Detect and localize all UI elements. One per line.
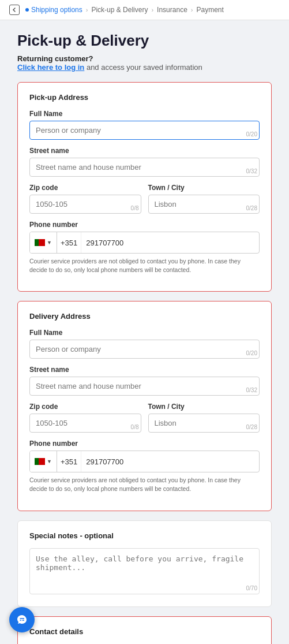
delivery-zip-town-row: Zip code 0/8 Town / City 0/28 (29, 403, 260, 440)
special-notes-wrapper: 0/70 (29, 548, 260, 596)
pickup-phone-chevron: ▼ (47, 240, 52, 245)
returning-text: and access your saved information (84, 63, 202, 72)
delivery-zip-group: Zip code 0/8 (29, 403, 141, 433)
pickup-town-char-count: 0/28 (246, 205, 257, 211)
pickup-section-title: Pick-up Address (29, 93, 260, 102)
breadcrumb-payment: Payment (196, 6, 223, 14)
pickup-town-input[interactable] (148, 195, 260, 214)
pickup-address-card: Pick-up Address Full Name 0/20 Street na… (17, 82, 272, 292)
breadcrumb-shipping-options[interactable]: Shipping options (25, 6, 82, 14)
pickup-street-char-count: 0/32 (246, 168, 257, 174)
delivery-phone-code: +351 (57, 451, 81, 472)
delivery-phone-group: Phone number ▼ +351 Courier service prov… (29, 440, 260, 493)
delivery-street-name-wrapper: 0/32 (29, 377, 260, 396)
delivery-full-name-input[interactable] (29, 340, 260, 359)
delivery-zip-wrapper: 0/8 (29, 414, 141, 433)
pickup-phone-number-input[interactable] (81, 239, 259, 247)
pickup-phone-flag[interactable]: ▼ (30, 232, 57, 253)
pickup-flag-pt (35, 239, 45, 246)
page-title: Pick-up & Delivery (17, 32, 272, 50)
contact-details-title: Contact details (29, 627, 260, 636)
delivery-town-group: Town / City 0/28 (148, 403, 260, 433)
pickup-full-name-wrapper: 0/20 (29, 121, 260, 140)
pickup-phone-note: Courier service providers are not oblige… (29, 257, 260, 274)
pickup-phone-code: +351 (57, 232, 81, 253)
pickup-zip-group: Zip code 0/8 (29, 184, 141, 214)
delivery-town-char-count: 0/28 (246, 424, 257, 430)
pickup-street-name-input[interactable] (29, 158, 260, 177)
pickup-street-name-group: Street name 0/32 (29, 147, 260, 177)
delivery-street-name-input[interactable] (29, 377, 260, 396)
breadcrumb-pickup-delivery: Pick-up & Delivery (91, 6, 148, 14)
special-notes-group: 0/70 (29, 548, 260, 596)
login-link[interactable]: Click here to log in (17, 63, 84, 72)
top-back-icon[interactable] (9, 5, 20, 15)
delivery-street-char-count: 0/32 (246, 387, 257, 393)
pickup-zip-input[interactable] (29, 195, 141, 214)
delivery-phone-chevron: ▼ (47, 459, 52, 464)
pickup-town-group: Town / City 0/28 (148, 184, 260, 214)
chat-button[interactable] (9, 607, 35, 632)
main-content: Pick-up & Delivery Returning customer? C… (0, 20, 289, 644)
pickup-full-name-label: Full Name (29, 110, 260, 118)
delivery-section-title: Delivery Address (29, 312, 260, 321)
special-notes-title: Special notes - optional (29, 531, 260, 540)
delivery-phone-flag[interactable]: ▼ (30, 451, 57, 472)
pickup-phone-group: Phone number ▼ +351 Courier service prov… (29, 221, 260, 274)
pickup-town-wrapper: 0/28 (148, 195, 260, 214)
breadcrumb-sep-2: › (151, 6, 153, 13)
top-navigation-bar: Shipping options › Pick-up & Delivery › … (0, 0, 289, 20)
breadcrumb-sep-3: › (191, 6, 193, 13)
delivery-full-name-char-count: 0/20 (246, 350, 257, 356)
pickup-phone-wrapper: ▼ +351 (29, 232, 260, 254)
special-notes-textarea[interactable] (29, 548, 260, 594)
special-notes-card: Special notes - optional 0/70 (17, 520, 272, 607)
pickup-full-name-char-count: 0/20 (246, 131, 257, 137)
delivery-full-name-label: Full Name (29, 329, 260, 337)
delivery-town-label: Town / City (148, 403, 260, 411)
pickup-zip-label: Zip code (29, 184, 141, 192)
delivery-address-card: Delivery Address Full Name 0/20 Street n… (17, 301, 272, 511)
delivery-street-name-label: Street name (29, 366, 260, 374)
pickup-street-name-wrapper: 0/32 (29, 158, 260, 177)
pickup-zip-town-row: Zip code 0/8 Town / City 0/28 (29, 184, 260, 221)
pickup-street-name-label: Street name (29, 147, 260, 155)
returning-question: Returning customer? (17, 54, 272, 63)
pickup-zip-wrapper: 0/8 (29, 195, 141, 214)
delivery-phone-wrapper: ▼ +351 (29, 451, 260, 472)
delivery-phone-label: Phone number (29, 440, 260, 448)
pickup-phone-label: Phone number (29, 221, 260, 229)
special-notes-char-count: 0/70 (246, 585, 257, 591)
delivery-phone-number-input[interactable] (81, 457, 259, 466)
breadcrumb-sep-1: › (86, 6, 88, 13)
delivery-full-name-wrapper: 0/20 (29, 340, 260, 359)
delivery-zip-label: Zip code (29, 403, 141, 411)
returning-customer-section: Returning customer? Click here to log in… (17, 54, 272, 72)
delivery-flag-pt (35, 458, 45, 465)
breadcrumb-insurance: Insurance (157, 6, 187, 14)
delivery-street-name-group: Street name 0/32 (29, 366, 260, 396)
pickup-full-name-group: Full Name 0/20 (29, 110, 260, 140)
pickup-town-label: Town / City (148, 184, 260, 192)
delivery-zip-char-count: 0/8 (131, 424, 139, 430)
pickup-zip-char-count: 0/8 (131, 205, 139, 211)
delivery-phone-note: Courier service providers are not oblige… (29, 476, 260, 493)
delivery-full-name-group: Full Name 0/20 (29, 329, 260, 359)
delivery-town-wrapper: 0/28 (148, 414, 260, 433)
contact-details-card: Contact details Email I would like to re… (17, 616, 272, 644)
delivery-town-input[interactable] (148, 414, 260, 433)
delivery-zip-input[interactable] (29, 414, 141, 433)
pickup-full-name-input[interactable] (29, 121, 260, 140)
